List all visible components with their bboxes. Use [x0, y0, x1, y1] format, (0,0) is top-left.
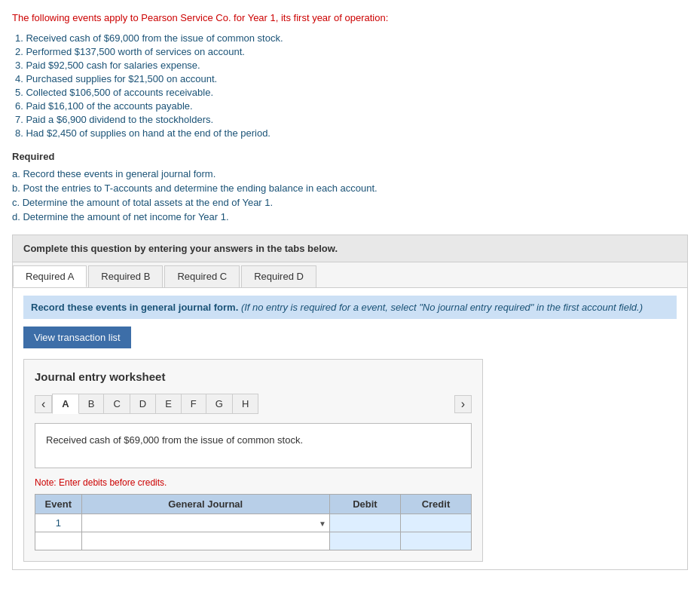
col-credit: Credit — [400, 495, 471, 514]
event-4: 4. Purchased supplies for $21,500 on acc… — [15, 73, 688, 84]
debit-input-1[interactable] — [335, 517, 396, 529]
letter-tab-f[interactable]: F — [182, 394, 206, 414]
event-8: 8. Had $2,450 of supplies on hand at the… — [15, 127, 688, 139]
credit-cell-1[interactable] — [400, 514, 471, 532]
tabs-row: Required A Required B Required C Require… — [13, 262, 687, 288]
credit-input-2[interactable] — [405, 535, 466, 547]
worksheet-box: Journal entry worksheet ‹ A B C D E F G … — [23, 359, 483, 562]
col-event: Event — [35, 495, 82, 514]
tabs-container: Required A Required B Required C Require… — [12, 262, 688, 570]
event-1: 1. Received cash of $69,000 from the iss… — [15, 32, 688, 44]
letter-tab-a[interactable]: A — [52, 394, 78, 414]
tab-required-d[interactable]: Required D — [241, 265, 316, 287]
letter-tab-e[interactable]: E — [156, 394, 182, 414]
worksheet-title: Journal entry worksheet — [35, 370, 472, 383]
instruction-box: Complete this question by entering your … — [12, 235, 688, 262]
tab-content: Record these events in general journal f… — [13, 288, 687, 569]
required-b: b. Post the entries to T-accounts and de… — [12, 182, 688, 194]
event-6: 6. Paid $16,100 of the accounts payable. — [15, 100, 688, 112]
general-journal-cell-1[interactable]: ▼ — [81, 514, 329, 532]
letter-tab-d[interactable]: D — [130, 394, 156, 414]
required-d: d. Determine the amount of net income fo… — [12, 211, 688, 222]
view-transaction-list-button[interactable]: View transaction list — [23, 327, 131, 348]
credit-cell-2[interactable] — [400, 532, 471, 550]
debit-cell-1[interactable] — [329, 514, 400, 532]
event-num-1: 1 — [35, 514, 82, 532]
letter-tab-c[interactable]: C — [104, 394, 130, 414]
debit-input-2[interactable] — [335, 535, 396, 547]
general-journal-input-1[interactable] — [87, 517, 325, 529]
letter-tab-b[interactable]: B — [79, 394, 105, 414]
record-instruction: Record these events in general journal f… — [23, 296, 677, 319]
intro-text: The following events apply to Pearson Se… — [12, 12, 688, 23]
general-journal-cell-2[interactable] — [81, 532, 329, 550]
journal-table: Event General Journal Debit Credit 1 ▼ — [35, 494, 472, 550]
letter-tab-g[interactable]: G — [206, 394, 233, 414]
required-c: c. Determine the amount of total assets … — [12, 197, 688, 208]
table-row-2 — [35, 532, 472, 550]
events-list: 1. Received cash of $69,000 from the iss… — [12, 32, 688, 139]
debit-cell-2[interactable] — [329, 532, 400, 550]
event-3: 3. Paid $92,500 cash for salaries expens… — [15, 60, 688, 71]
event-5: 5. Collected $106,500 of accounts receiv… — [15, 87, 688, 98]
required-section: Required a. Record these events in gener… — [12, 151, 688, 222]
letter-tab-h[interactable]: H — [233, 394, 258, 414]
instruction-box-text: Complete this question by entering your … — [23, 243, 338, 254]
required-a: a. Record these events in general journa… — [12, 168, 688, 179]
required-label: Required — [12, 151, 688, 162]
tab-required-c[interactable]: Required C — [164, 265, 240, 287]
description-box: Received cash of $69,000 from the issue … — [35, 423, 472, 468]
event-2: 2. Performed $137,500 worth of services … — [15, 46, 688, 57]
nav-next-arrow[interactable]: › — [454, 395, 472, 413]
note-text: Note: Enter debits before credits. — [35, 477, 472, 488]
letter-nav: ‹ A B C D E F G H › — [35, 394, 472, 414]
event-num-2 — [35, 532, 82, 550]
record-instruction-normal: Record these events in general journal f… — [31, 302, 238, 313]
description-text: Received cash of $69,000 from the issue … — [46, 434, 303, 446]
col-debit: Debit — [329, 495, 400, 514]
table-row: 1 ▼ — [35, 514, 472, 532]
col-general-journal: General Journal — [81, 495, 329, 514]
credit-input-1[interactable] — [405, 517, 466, 529]
general-journal-input-2[interactable] — [87, 535, 325, 547]
event-7: 7. Paid a $6,900 dividend to the stockho… — [15, 114, 688, 125]
tab-required-a[interactable]: Required A — [13, 265, 87, 287]
dropdown-arrow-1: ▼ — [319, 519, 326, 527]
tab-required-b[interactable]: Required B — [88, 265, 163, 287]
record-instruction-italic: (If no entry is required for a event, se… — [241, 302, 643, 313]
nav-prev-arrow[interactable]: ‹ — [35, 395, 52, 413]
